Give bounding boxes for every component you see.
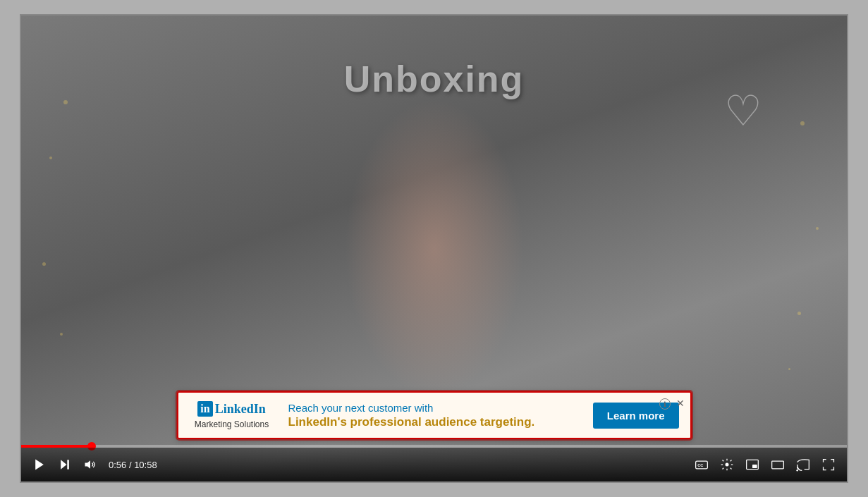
right-controls: CC xyxy=(692,455,838,474)
ad-close-button[interactable]: ✕ xyxy=(676,398,685,408)
miniplayer-icon xyxy=(745,458,759,472)
heart-decoration: ♡ xyxy=(724,86,762,135)
ad-content: Reach your next customer with LinkedIn's… xyxy=(288,402,579,429)
settings-icon xyxy=(720,458,734,472)
volume-icon xyxy=(83,458,97,472)
play-icon xyxy=(32,458,47,472)
svg-point-6 xyxy=(726,463,729,467)
ad-headline: Reach your next customer with xyxy=(288,402,579,414)
svg-rect-2 xyxy=(67,460,69,469)
svg-marker-1 xyxy=(61,460,66,469)
miniplayer-button[interactable] xyxy=(742,455,762,474)
cc-button[interactable]: CC xyxy=(692,455,711,474)
person-silhouette xyxy=(293,72,575,424)
svg-rect-9 xyxy=(772,461,784,469)
ad-overlay: ℹ ✕ in LinkedIn Marketing Solutions Reac… xyxy=(177,391,692,439)
volume-button[interactable] xyxy=(80,455,100,474)
linkedin-in-badge: in xyxy=(197,401,212,417)
ad-body: LinkedIn's professional audience targeti… xyxy=(288,415,579,429)
svg-rect-8 xyxy=(752,465,757,468)
fullscreen-button[interactable] xyxy=(819,455,838,474)
cast-button[interactable] xyxy=(793,455,813,474)
ad-logo-subtitle: Marketing Solutions xyxy=(195,419,269,429)
controls-bar: 0:56 / 10:58 CC xyxy=(21,448,847,481)
ad-logo-area: in LinkedIn Marketing Solutions xyxy=(190,401,274,429)
cc-icon: CC xyxy=(695,458,709,472)
svg-point-10 xyxy=(796,470,798,472)
cast-icon xyxy=(796,458,810,472)
linkedin-logo: in LinkedIn xyxy=(197,401,265,417)
linkedin-brand-name: LinkedIn xyxy=(215,402,266,417)
video-player: Unboxing ♡ 0:56 xyxy=(20,14,848,483)
next-button[interactable] xyxy=(55,455,75,474)
fullscreen-icon xyxy=(821,458,836,472)
theater-button[interactable] xyxy=(768,455,788,474)
ad-info-button[interactable]: ℹ xyxy=(659,398,671,410)
next-icon xyxy=(58,458,72,472)
theater-icon xyxy=(771,458,785,472)
settings-button[interactable] xyxy=(717,455,737,474)
svg-text:CC: CC xyxy=(697,463,704,467)
svg-marker-3 xyxy=(85,460,91,469)
svg-marker-0 xyxy=(35,460,44,470)
play-button[interactable] xyxy=(30,455,49,474)
time-display: 0:56 / 10:58 xyxy=(109,460,157,470)
